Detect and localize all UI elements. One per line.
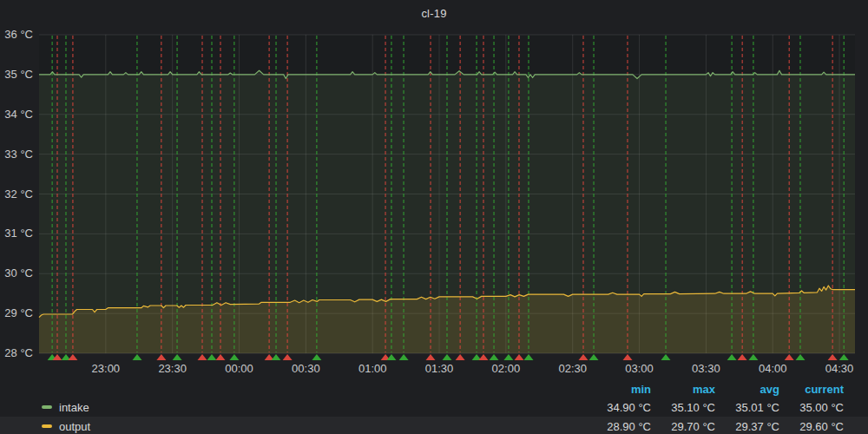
y-axis-label: 35 °C — [4, 68, 33, 81]
y-axis-label: 36 °C — [4, 28, 33, 41]
annotation-marker-icon[interactable] — [312, 354, 321, 360]
annotation-marker-icon[interactable] — [283, 354, 293, 360]
y-axis-label: 32 °C — [4, 187, 33, 201]
x-axis-label: 02:00 — [492, 362, 521, 375]
intake-min-value: 34.90 °C — [587, 401, 651, 414]
y-axis-label: 33 °C — [4, 148, 33, 161]
annotation-marker-icon[interactable] — [796, 354, 806, 360]
annotation-marker-icon[interactable] — [828, 354, 838, 360]
chart-canvas[interactable]: 28 °C29 °C30 °C31 °C32 °C33 °C34 °C35 °C… — [0, 0, 868, 378]
intake-max-value: 35.10 °C — [651, 401, 715, 414]
legend-header-max[interactable]: max — [651, 383, 715, 396]
legend: min max avg current intake 34.90 °C 35.1… — [0, 380, 868, 434]
legend-header-current[interactable]: current — [779, 383, 844, 396]
annotation-marker-icon[interactable] — [198, 354, 207, 360]
legend-series-output[interactable]: output — [42, 420, 587, 433]
x-axis-label: 04:00 — [759, 362, 787, 375]
x-axis-label: 04:30 — [825, 362, 854, 375]
legend-row-intake: intake 34.90 °C 35.10 °C 35.01 °C 35.00 … — [0, 398, 868, 417]
legend-header-row: min max avg current — [0, 380, 868, 398]
x-axis-label: 01:00 — [358, 362, 387, 375]
annotation-marker-icon[interactable] — [727, 354, 737, 360]
x-axis-label: 03:00 — [625, 362, 654, 375]
output-avg-value: 29.37 °C — [715, 420, 779, 433]
y-axis-label: 29 °C — [4, 306, 33, 319]
x-axis-label: 01:30 — [425, 362, 454, 375]
legend-header-avg[interactable]: avg — [715, 383, 779, 396]
x-axis-label: 23:00 — [92, 362, 121, 375]
annotation-marker-icon[interactable] — [443, 354, 452, 360]
legend-row-output: output 28.90 °C 29.70 °C 29.37 °C 29.60 … — [0, 417, 868, 434]
annotation-marker-icon[interactable] — [272, 354, 281, 360]
y-axis-label: 31 °C — [4, 227, 33, 240]
annotation-marker-icon[interactable] — [68, 354, 77, 360]
y-axis-label: 30 °C — [4, 266, 33, 279]
legend-header-min[interactable]: min — [587, 383, 651, 396]
annotation-marker-icon[interactable] — [133, 354, 142, 360]
annotation-marker-icon[interactable] — [785, 354, 794, 360]
annotation-marker-icon[interactable] — [515, 354, 524, 360]
legend-series-intake[interactable]: intake — [42, 401, 587, 414]
intake-avg-value: 35.01 °C — [715, 401, 779, 414]
y-axis-label: 28 °C — [4, 346, 33, 359]
annotation-marker-icon[interactable] — [748, 354, 758, 360]
annotation-marker-icon[interactable] — [490, 354, 499, 360]
legend-series-label[interactable]: intake — [59, 401, 89, 414]
graph-panel: cl-19 28 °C29 °C30 °C31 °C32 °C33 °C34 °… — [0, 0, 868, 434]
x-axis-label: 00:00 — [225, 362, 253, 375]
x-axis-label: 02:30 — [558, 362, 587, 375]
annotation-marker-icon[interactable] — [503, 354, 513, 360]
annotation-marker-icon[interactable] — [207, 354, 217, 360]
annotation-marker-icon[interactable] — [426, 354, 436, 360]
annotation-marker-icon[interactable] — [661, 354, 671, 360]
output-min-value: 28.90 °C — [587, 420, 651, 433]
output-series-swatch-icon — [42, 424, 52, 428]
intake-series-swatch-icon — [42, 405, 52, 409]
annotation-marker-icon[interactable] — [173, 354, 182, 360]
annotation-marker-icon[interactable] — [524, 354, 534, 360]
annotation-marker-icon[interactable] — [589, 354, 599, 360]
x-axis-label: 03:30 — [692, 362, 720, 375]
annotation-marker-icon[interactable] — [399, 354, 409, 360]
annotation-marker-icon[interactable] — [623, 354, 633, 360]
annotation-marker-icon[interactable] — [387, 354, 397, 360]
intake-current-value: 35.00 °C — [779, 401, 844, 414]
annotation-marker-icon[interactable] — [156, 354, 166, 360]
annotation-marker-icon[interactable] — [579, 354, 589, 360]
annotation-marker-icon[interactable] — [229, 354, 239, 360]
legend-series-label[interactable]: output — [59, 420, 90, 433]
x-axis-label: 23:30 — [158, 362, 187, 375]
annotation-marker-icon[interactable] — [216, 354, 226, 360]
annotation-marker-icon[interactable] — [738, 354, 747, 360]
output-current-value: 29.60 °C — [779, 420, 844, 433]
annotation-marker-icon[interactable] — [839, 354, 849, 360]
annotation-marker-icon[interactable] — [456, 354, 465, 360]
y-axis-label: 34 °C — [4, 108, 33, 121]
annotation-marker-icon[interactable] — [479, 354, 489, 360]
x-axis-label: 00:30 — [292, 362, 320, 375]
output-max-value: 29.70 °C — [651, 420, 715, 433]
